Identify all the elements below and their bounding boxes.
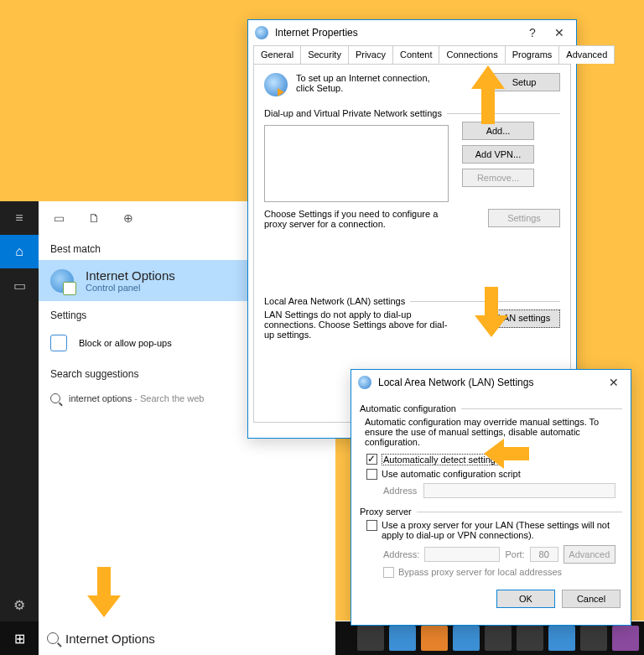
suggestion-text: internet options — [69, 393, 132, 403]
start-rail: ≡ ⌂ ▭ ⚙ ◧ — [0, 201, 39, 655]
setting-text: Block or allow pop-ups — [79, 338, 172, 348]
titlebar: Local Area Network (LAN) Settings ✕ — [351, 370, 631, 395]
taskbar-app-icon[interactable] — [548, 626, 575, 651]
search-icon — [50, 393, 60, 403]
divider — [461, 408, 622, 409]
auto-detect-checkbox[interactable]: Automatically detect settings — [360, 454, 622, 465]
taskbar-app-icon[interactable] — [485, 626, 512, 651]
taskbar-search[interactable]: Internet Options — [39, 621, 335, 655]
setup-button[interactable]: Setup — [488, 73, 560, 91]
use-script-label: Use automatic configuration script — [382, 469, 521, 479]
best-match-sub: Control panel — [86, 283, 175, 293]
lan-label: Local Area Network (LAN) settings — [264, 296, 405, 306]
filter-web-icon[interactable]: ⊕ — [123, 211, 133, 225]
checkbox-icon — [366, 520, 377, 531]
use-script-checkbox[interactable]: Use automatic configuration script — [360, 469, 622, 480]
popups-icon — [50, 335, 67, 351]
lan-settings-dialog: Local Area Network (LAN) Settings ✕ Auto… — [351, 369, 631, 626]
dialup-listbox[interactable] — [264, 125, 449, 202]
remove-button: Remove... — [462, 169, 534, 187]
checkbox-icon — [366, 454, 377, 465]
dialog-title: Internet Properties — [275, 27, 516, 39]
home-icon[interactable]: ⌂ — [0, 235, 39, 268]
app-icon — [358, 376, 371, 389]
auto-config-label: Automatic configuration — [360, 403, 456, 413]
divider — [410, 301, 560, 302]
add-button[interactable]: Add... — [462, 122, 534, 140]
proxy-address-field — [424, 547, 500, 562]
taskbar: ⊞ Internet Options — [0, 621, 644, 655]
tabstrip: General Security Privacy Content Connect… — [248, 45, 576, 64]
taskbar-app-icon[interactable] — [517, 626, 543, 651]
use-proxy-checkbox[interactable]: Use a proxy server for your LAN (These s… — [360, 520, 622, 540]
taskbar-edge-icon[interactable] — [389, 626, 416, 651]
script-address-field — [423, 483, 615, 498]
add-vpn-button[interactable]: Add VPN... — [462, 145, 534, 164]
taskbar-explorer-icon[interactable] — [421, 626, 448, 651]
internet-options-icon — [50, 269, 74, 293]
lan-text: LAN Settings do not apply to dial-up con… — [264, 309, 449, 340]
titlebar: Internet Properties ? ✕ — [248, 20, 576, 45]
tab-programs[interactable]: Programs — [505, 45, 560, 64]
close-button[interactable]: ✕ — [549, 26, 569, 39]
search-text: Internet Options — [65, 632, 155, 646]
intro-text: To set up an Internet connection, click … — [296, 73, 430, 93]
taskbar-app-icon[interactable] — [580, 626, 607, 651]
taskbar-store-icon[interactable] — [453, 626, 480, 651]
search-icon — [47, 632, 59, 644]
tab-content[interactable]: Content — [392, 45, 440, 64]
use-proxy-label: Use a proxy server for your LAN (These s… — [382, 520, 622, 540]
tab-general[interactable]: General — [253, 45, 301, 64]
settings-button: Settings — [488, 209, 560, 227]
bypass-label: Bypass proxy server for local addresses — [398, 567, 562, 577]
help-button[interactable]: ? — [522, 26, 543, 39]
dialup-label: Dial-up and Virtual Private Network sett… — [264, 108, 442, 118]
taskbar-app-icon[interactable] — [357, 626, 384, 651]
tab-advanced[interactable]: Advanced — [558, 45, 615, 64]
taskbar-onenote-icon[interactable] — [612, 626, 639, 651]
advanced-button: Advanced — [564, 545, 615, 564]
taskbar-icons — [352, 621, 644, 655]
address-label: Address — [383, 486, 417, 496]
proxy-port-field: 80 — [530, 547, 558, 562]
bypass-checkbox: Bypass proxy server for local addresses — [360, 567, 622, 578]
filter-docs-icon[interactable]: 🗋 — [88, 211, 100, 225]
settings-icon[interactable]: ⚙ — [0, 588, 39, 621]
app-icon — [255, 26, 268, 39]
choose-settings-text: Choose Settings if you need to configure… — [264, 209, 457, 229]
tab-security[interactable]: Security — [300, 45, 349, 64]
tab-privacy[interactable]: Privacy — [348, 45, 393, 64]
best-match-title: Internet Options — [86, 268, 175, 283]
proxy-label: Proxy server — [360, 507, 412, 517]
auto-detect-label: Automatically detect settings — [382, 454, 501, 465]
lan-settings-button[interactable]: LAN settings — [488, 309, 560, 328]
start-button[interactable]: ⊞ — [0, 621, 39, 655]
tab-connections[interactable]: Connections — [439, 45, 505, 64]
filter-apps-icon[interactable]: ▭ — [54, 211, 65, 225]
checkbox-icon — [366, 469, 377, 480]
divider — [417, 512, 622, 512]
ok-button[interactable]: OK — [496, 590, 555, 608]
hamburger-icon[interactable]: ≡ — [0, 201, 39, 235]
apps-icon[interactable]: ▭ — [0, 268, 39, 302]
cancel-button[interactable]: Cancel — [562, 590, 621, 608]
proxy-port-label: Port: — [505, 549, 524, 559]
checkbox-icon — [383, 567, 394, 578]
close-button[interactable]: ✕ — [604, 376, 624, 389]
connection-icon — [264, 73, 288, 96]
suggestion-suffix: - Search the web — [132, 393, 204, 403]
auto-config-text: Automatic configuration may override man… — [360, 413, 622, 450]
proxy-address-label: Address: — [383, 549, 419, 559]
divider — [447, 113, 560, 114]
dialog-title: Local Area Network (LAN) Settings — [378, 377, 597, 388]
